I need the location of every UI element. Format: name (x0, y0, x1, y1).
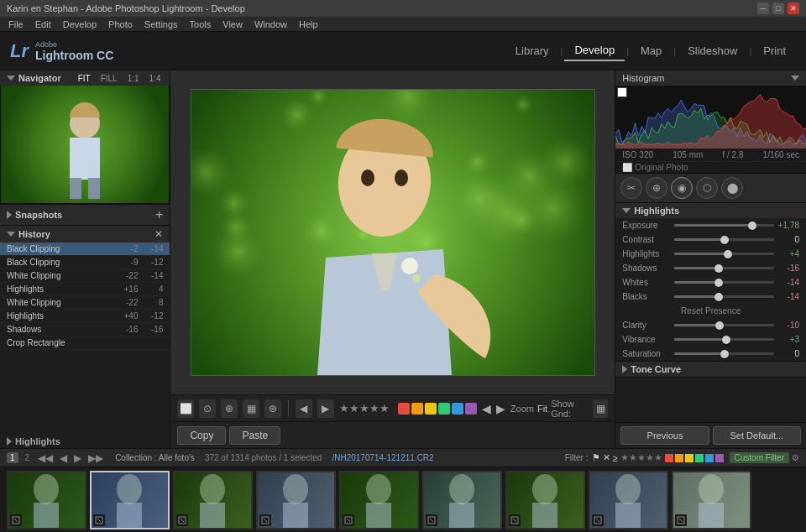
copy-button[interactable]: Copy (177, 426, 226, 445)
custom-filter-label[interactable]: Custom Filter (730, 452, 789, 463)
menu-tools[interactable]: Tools (185, 17, 217, 32)
filter-color-orange[interactable] (675, 454, 683, 462)
adjust-slider[interactable] (674, 224, 774, 227)
prev-photo-arrow[interactable]: ◀ (482, 402, 491, 415)
color-green[interactable] (438, 403, 450, 415)
color-yellow[interactable] (425, 403, 437, 415)
menu-help[interactable]: Help (294, 17, 323, 32)
filter-color-green[interactable] (695, 454, 704, 462)
history-close-button[interactable]: ✕ (154, 228, 163, 240)
filmstrip-prev-single[interactable]: ◀ (58, 452, 69, 464)
menu-window[interactable]: Window (249, 17, 292, 32)
history-item[interactable]: Highlights +40 -12 (0, 310, 170, 323)
adjust-slider[interactable] (674, 238, 774, 241)
filmstrip-settings-icon[interactable]: ⚙ (792, 453, 799, 462)
history-item[interactable]: Highlights +16 4 (0, 283, 170, 296)
star-rating[interactable]: ★★★★★ (339, 402, 390, 415)
nav-print[interactable]: Print (753, 41, 796, 60)
close-button[interactable]: ✕ (788, 3, 799, 14)
color-red[interactable] (398, 403, 410, 415)
film-photo-5[interactable] (422, 471, 502, 529)
filter-reject-icon[interactable]: ✕ (603, 452, 610, 463)
main-photo[interactable] (191, 90, 594, 375)
histogram-header[interactable]: Histogram (615, 70, 806, 86)
color-orange[interactable] (411, 403, 423, 415)
adjust-slider[interactable] (674, 281, 774, 284)
adjust-slider[interactable] (674, 338, 774, 341)
nav-fit[interactable]: FIT (76, 74, 93, 83)
history-item[interactable]: Shadows -16 -16 (0, 323, 170, 336)
snapshots-add-button[interactable]: + (155, 207, 163, 222)
filter-color-red[interactable] (665, 454, 673, 462)
history-item[interactable]: White Clipping -22 8 (0, 296, 170, 310)
grid-toggle[interactable]: ▦ (593, 399, 608, 418)
adjust-slider[interactable] (674, 253, 774, 255)
menu-view[interactable]: View (217, 17, 248, 32)
nav-library[interactable]: Library (505, 41, 559, 60)
film-photo-6[interactable] (505, 471, 585, 529)
menu-settings[interactable]: Settings (139, 17, 183, 32)
history-item[interactable]: White Clipping -22 -14 (0, 269, 170, 283)
crop-dev-tool[interactable]: ✂ (620, 177, 642, 199)
filter-color-purple[interactable] (715, 454, 724, 462)
grad-tool[interactable]: ▦ (243, 399, 259, 418)
film-photo-2[interactable] (173, 471, 253, 529)
history-item[interactable]: Black Clipping -2 -14 (0, 243, 170, 256)
snapshots-section[interactable]: Snapshots + (0, 204, 170, 225)
nav-ratio[interactable]: 1:4 (147, 74, 164, 83)
filmstrip-next-nav[interactable]: ▶▶ (86, 452, 105, 464)
minimize-button[interactable]: ─ (757, 3, 769, 14)
adjust-slider[interactable] (674, 295, 774, 298)
grad-dev-tool[interactable]: ⬡ (696, 177, 718, 199)
filter-stars[interactable]: ★★★★★ (620, 452, 662, 463)
film-photo-7[interactable] (589, 471, 668, 529)
film-photo-8[interactable] (672, 471, 751, 529)
history-header[interactable]: History ✕ (0, 225, 170, 243)
spot-tool[interactable]: ⊙ (199, 399, 216, 418)
menu-edit[interactable]: Edit (30, 17, 56, 32)
nav-map[interactable]: Map (631, 41, 672, 60)
nav-slideshow[interactable]: Slideshow (678, 41, 747, 60)
film-photo-4[interactable] (339, 471, 419, 529)
filmstrip-filename[interactable]: /NH20170714-121211.CR2 (332, 453, 433, 462)
before-tool[interactable]: ◀ (296, 399, 312, 418)
filmstrip-next-single[interactable]: ▶ (72, 452, 83, 464)
reset-presence-button[interactable]: Reset Presence (615, 304, 806, 318)
filmstrip-page-1[interactable]: 1 (7, 452, 18, 463)
zoom-value[interactable]: Fit (537, 404, 547, 414)
adjust-slider[interactable] (674, 324, 774, 326)
previous-button[interactable]: Previous (620, 426, 709, 445)
color-blue[interactable] (452, 403, 463, 415)
nav-develop[interactable]: Develop (564, 40, 625, 61)
redeye-tool[interactable]: ⊕ (221, 399, 238, 418)
color-labels[interactable] (398, 403, 477, 415)
history-item[interactable]: Black Clipping -9 -12 (0, 256, 170, 269)
filter-color-blue[interactable] (705, 454, 714, 462)
basic-section-header[interactable]: Highlights (615, 203, 806, 218)
filter-color-yellow[interactable] (685, 454, 693, 462)
navigator-preview[interactable] (0, 86, 170, 203)
filmstrip-page-2[interactable]: 2 (22, 452, 34, 463)
adjust-slider[interactable] (674, 352, 774, 355)
crop-tool[interactable]: ⬜ (177, 399, 194, 418)
after-tool[interactable]: ▶ (317, 399, 334, 418)
spot-dev-tool[interactable]: ⊕ (646, 177, 667, 199)
film-photo-1[interactable] (90, 471, 170, 529)
brush-dev-tool[interactable]: ⬤ (721, 177, 743, 199)
redeye-dev-tool[interactable]: ◉ (671, 177, 693, 199)
menu-photo[interactable]: Photo (103, 17, 138, 32)
color-purple[interactable] (465, 403, 477, 415)
filmstrip-prev-nav[interactable]: ◀◀ (36, 452, 55, 464)
nav-fill[interactable]: FILL (98, 74, 120, 83)
film-photo-3[interactable] (256, 471, 336, 529)
set-default-button[interactable]: Set Default... (713, 426, 801, 445)
filter-flag-icon[interactable]: ⚑ (592, 452, 600, 463)
adjust-slider[interactable] (674, 267, 774, 269)
nav-1to1[interactable]: 1:1 (125, 74, 142, 83)
filter-gte-icon[interactable]: ≥ (613, 453, 618, 463)
menu-develop[interactable]: Develop (58, 17, 102, 32)
navigator-header[interactable]: Navigator FIT FILL 1:1 1:4 (0, 70, 170, 86)
paste-button[interactable]: Paste (229, 426, 280, 445)
menu-file[interactable]: File (3, 17, 29, 32)
maximize-button[interactable]: □ (772, 3, 784, 14)
